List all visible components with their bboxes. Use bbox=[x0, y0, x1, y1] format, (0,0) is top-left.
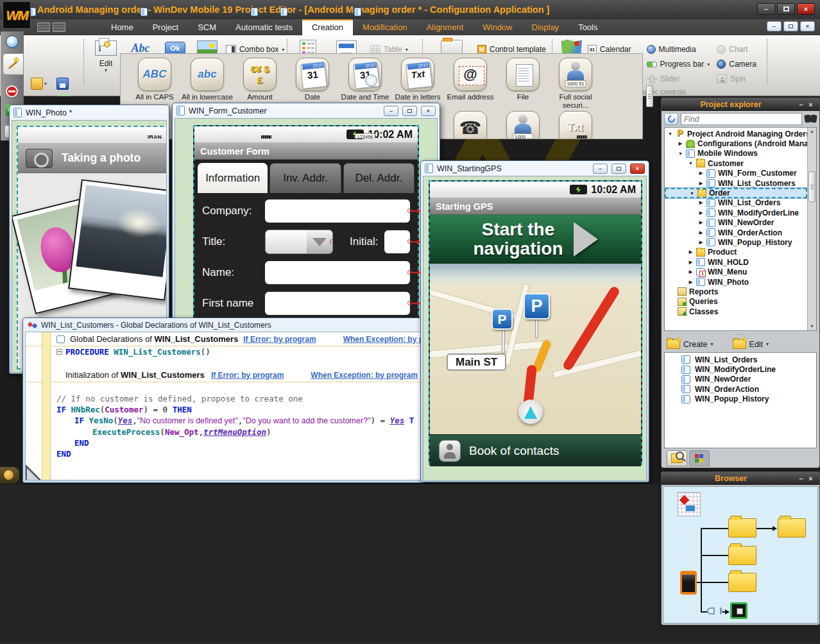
expander-icon[interactable]: ▼ bbox=[689, 191, 695, 196]
menu-item[interactable]: Automatic tests bbox=[226, 19, 302, 35]
ribbon-small-button[interactable]: Slider bbox=[647, 72, 717, 85]
expander-icon[interactable]: ▶ bbox=[698, 210, 704, 216]
expander-icon[interactable]: ▶ bbox=[698, 181, 704, 186]
menu-item[interactable]: Modification bbox=[353, 19, 416, 35]
window-code-editor[interactable]: WIN_List_Customers - Global Declarations… bbox=[22, 318, 425, 483]
map-preview[interactable]: P P Main ST bbox=[430, 264, 641, 434]
preset-control-item[interactable]: 2010 31 Date and Time bbox=[339, 58, 391, 110]
tree-item[interactable]: ▶ WIN_OrderAction bbox=[665, 228, 807, 237]
expander-icon[interactable]: ▶ bbox=[688, 269, 694, 275]
ribbon-small-button[interactable]: Multimedia bbox=[647, 43, 717, 56]
fold-toggle-icon[interactable] bbox=[56, 349, 62, 355]
globe-icon[interactable] bbox=[6, 35, 19, 48]
scrollbar-thumb[interactable] bbox=[646, 85, 653, 107]
menu-item[interactable]: SCM bbox=[188, 19, 226, 35]
gps-phone-mockup[interactable]: 10:02 AM Starting GPS Start thenavigatio… bbox=[429, 180, 642, 465]
window-minimize-button[interactable]: – bbox=[757, 3, 775, 15]
form-tab[interactable]: Inv. Addr. bbox=[269, 163, 341, 193]
tree-item[interactable]: ▶ WIN_NewOrder bbox=[665, 218, 807, 228]
tree-item[interactable]: ▶ WIN_Popup_History bbox=[665, 237, 807, 247]
expander-icon[interactable]: ▶ bbox=[698, 171, 704, 176]
expander-icon[interactable]: ▼ bbox=[667, 131, 673, 136]
tree-item[interactable]: ▶ WIN_Form_Customer bbox=[665, 169, 807, 178]
ribbon-small-button[interactable]: Progress bar▾ bbox=[647, 58, 717, 71]
child-minimize-button[interactable]: – bbox=[384, 106, 398, 116]
list-item[interactable]: WIN_List_Orders bbox=[665, 355, 816, 364]
tree-item[interactable]: Queries bbox=[665, 297, 807, 307]
list-item[interactable]: WIN_NewOrder bbox=[665, 375, 816, 384]
when-exception-link[interactable]: When Exception: by program bbox=[311, 371, 418, 380]
tree-item[interactable]: ▼ Mobile Windows bbox=[665, 149, 807, 158]
menu-item[interactable]: Creation bbox=[302, 19, 353, 35]
if-error-link[interactable]: If Error: by program bbox=[211, 371, 284, 380]
panel-close-button[interactable]: × bbox=[806, 475, 816, 483]
analysis-icon[interactable] bbox=[678, 492, 701, 516]
android-emulator-node[interactable] bbox=[730, 602, 747, 619]
panel-minimize-button[interactable]: – bbox=[796, 475, 806, 483]
customer-form-phone[interactable]: 10:02 AM Customer Form Information Inv. … bbox=[193, 125, 419, 340]
window-list-icon[interactable] bbox=[53, 22, 65, 32]
tree-item[interactable]: ▼ Customer bbox=[665, 158, 807, 168]
preset-control-item[interactable]: 2010 Txt Date in letters bbox=[391, 58, 444, 110]
mdi-minimize-button[interactable]: – bbox=[767, 21, 782, 31]
explorer-tab-components[interactable] bbox=[689, 450, 710, 466]
create-button[interactable]: Create▾ bbox=[667, 339, 713, 349]
folder-node[interactable] bbox=[728, 573, 756, 592]
form-tab[interactable]: Del. Addr. bbox=[343, 163, 414, 193]
tree-scrollbar[interactable]: ▲▼ bbox=[807, 128, 816, 330]
preset-control-item[interactable]: 2010 31 Date bbox=[286, 58, 339, 110]
tree-item[interactable]: ▶ WIN_List_Customers bbox=[665, 178, 807, 188]
preset-control-item[interactable]: Txt bbox=[549, 111, 602, 139]
window-win-startinggps[interactable]: WIN_StartingGPS – × 10:02 AM Starting GP… bbox=[420, 160, 649, 482]
scrollbar-thumb[interactable] bbox=[808, 171, 816, 202]
refresh-button[interactable] bbox=[664, 113, 678, 125]
company-input[interactable] bbox=[265, 199, 410, 223]
firstname-input[interactable] bbox=[265, 292, 410, 315]
folder-node[interactable] bbox=[778, 518, 806, 538]
find-input[interactable] bbox=[681, 113, 802, 125]
initial-input[interactable] bbox=[384, 230, 410, 253]
explorer-tab-search[interactable] bbox=[667, 450, 687, 466]
menu-item[interactable]: Window bbox=[473, 19, 522, 35]
preset-control-item[interactable]: 1000 ... bbox=[497, 111, 549, 139]
expander-icon[interactable]: ▶ bbox=[678, 141, 683, 146]
preset-control-item[interactable]: abc All in lowercase bbox=[181, 58, 234, 110]
panel-title-bar[interactable]: Project explorer – × bbox=[662, 98, 819, 111]
expander-icon[interactable]: ▶ bbox=[698, 200, 704, 205]
expander-icon[interactable]: ▶ bbox=[688, 280, 694, 285]
title-combo[interactable] bbox=[265, 230, 333, 254]
splitter-handle[interactable] bbox=[662, 331, 819, 337]
list-item[interactable]: WIN_ModifyOrderLine bbox=[665, 364, 816, 374]
code-line[interactable]: END bbox=[26, 437, 422, 448]
window-maximize-button[interactable] bbox=[777, 3, 795, 15]
code-line[interactable]: ExecuteProcess(New_Opt,trtMenuOption) bbox=[26, 427, 422, 437]
combo-dropdown-icon[interactable] bbox=[307, 230, 332, 253]
panel-minimize-button[interactable]: – bbox=[796, 101, 806, 109]
expander-icon[interactable]: ▶ bbox=[688, 260, 694, 265]
tree-item[interactable]: Classes bbox=[665, 307, 807, 316]
ribbon-small-button[interactable]: Spin bbox=[717, 72, 767, 85]
child-minimize-button[interactable]: – bbox=[593, 164, 608, 174]
menu-item[interactable]: Tools bbox=[568, 19, 607, 35]
child-close-button[interactable]: × bbox=[421, 106, 436, 116]
expander-icon[interactable]: ▶ bbox=[698, 240, 704, 245]
folder-node[interactable] bbox=[728, 518, 756, 538]
tree-item[interactable]: ▶ Product bbox=[665, 248, 807, 257]
tree-item[interactable]: ▶ WIN_ModifyOrderLine bbox=[665, 208, 807, 217]
tree-item[interactable]: ▼ Order bbox=[665, 188, 807, 198]
child-maximize-button[interactable] bbox=[611, 164, 626, 174]
preset-control-item[interactable]: €¥ $£ Amount bbox=[234, 58, 286, 110]
tree-item[interactable]: ▶ WIN_HOLD bbox=[665, 257, 807, 267]
expander-icon[interactable]: ▼ bbox=[688, 161, 694, 165]
ribbon-small-button[interactable]: Chart bbox=[717, 43, 767, 56]
preset-control-item[interactable]: @ Email address bbox=[444, 58, 497, 110]
preset-control-item[interactable]: ABC All in CAPS bbox=[128, 58, 181, 110]
code-line[interactable]: PROCEDURE WIN_List_Customers() bbox=[26, 346, 422, 357]
tree-item[interactable]: ▼ Project Android Managing Orders bbox=[665, 129, 807, 139]
keyboard-shortcut-icon[interactable] bbox=[37, 22, 50, 32]
mdi-close-button[interactable]: × bbox=[800, 21, 815, 31]
link-icon[interactable] bbox=[707, 607, 722, 614]
tree-item[interactable]: ▶ WIN_Menu bbox=[665, 267, 807, 276]
when-exception-link[interactable]: When Exception: by program bbox=[343, 335, 422, 344]
preset-control-item[interactable]: ☎ bbox=[444, 111, 497, 139]
